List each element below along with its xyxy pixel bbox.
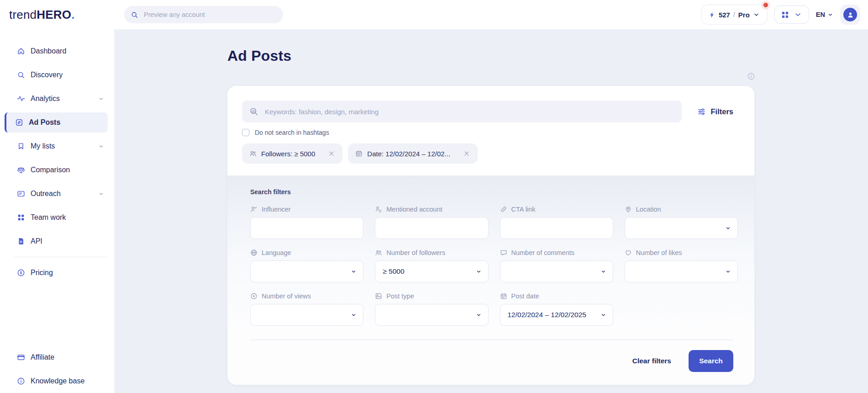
sidebar-item-api[interactable]: API (5, 231, 108, 251)
sidebar-item-label: Ad Posts (29, 118, 60, 127)
search-filters-section: Search filters Influencer@Mentioned acco… (227, 175, 754, 385)
number-of-followers-select[interactable]: ≥ 5000 (375, 260, 488, 282)
apps-menu-button[interactable] (774, 5, 809, 24)
sidebar-item-affiliate[interactable]: Affiliate (5, 347, 108, 367)
chevron-down-icon (794, 11, 802, 19)
sidebar-item-pricing[interactable]: $Pricing (5, 263, 108, 283)
sidebar-footer-nav: AffiliateKnowledge base (0, 344, 114, 393)
account-search-input[interactable] (143, 11, 277, 19)
chevron-down-icon (351, 312, 357, 318)
avatar (843, 8, 857, 21)
dollar-icon: $ (17, 269, 25, 277)
keywords-search-field[interactable]: @ (242, 101, 682, 122)
filter-field-mentioned-account: @Mentioned account (375, 206, 488, 239)
cta-link-input[interactable] (500, 217, 613, 239)
clear-filters-button[interactable]: Clear filters (630, 356, 674, 366)
image-icon (375, 292, 382, 300)
brand-logo-dot: . (71, 8, 74, 22)
chevron-down-icon (827, 12, 833, 18)
keywords-input[interactable] (264, 107, 674, 116)
filter-field-label-text: Influencer (262, 206, 291, 213)
sidebar-item-label: Pricing (31, 269, 53, 277)
location-select[interactable] (625, 217, 738, 239)
language-select[interactable] (250, 260, 363, 282)
file-icon (17, 237, 25, 245)
filters-button-label: Filters (710, 107, 733, 116)
filter-field-label: @Mentioned account (375, 206, 488, 213)
sidebar-item-analytics[interactable]: Analytics (5, 89, 108, 109)
sidebar-item-ad-posts[interactable]: Ad Posts (5, 112, 108, 133)
search-button[interactable]: Search (689, 350, 733, 372)
chevron-down-icon (600, 269, 606, 275)
filter-field-language: Language (250, 249, 363, 282)
remove-filter-icon[interactable] (328, 150, 335, 157)
filter-field-label-text: Number of likes (636, 249, 682, 256)
account-search[interactable] (124, 6, 283, 23)
heart-icon (625, 249, 632, 256)
chevron-down-icon (98, 191, 104, 197)
search-icon (131, 11, 138, 19)
language-label: EN (816, 11, 825, 18)
sidebar-item-label: Comparison (31, 166, 70, 174)
sidebar-item-knowledge-base[interactable]: Knowledge base (5, 371, 108, 391)
sidebar-item-discovery[interactable]: Discovery (5, 65, 108, 85)
sidebar-item-label: Dashboard (31, 47, 66, 55)
hashtag-checkbox-row[interactable]: Do not search in hashtags (242, 129, 329, 136)
post-date-select[interactable]: 12/02/2024 – 12/02/2025 (500, 304, 613, 326)
number-of-likes-select[interactable] (625, 260, 738, 282)
post-type-select[interactable] (375, 304, 488, 326)
credits-separator: / (733, 11, 735, 18)
chevron-down-icon (351, 269, 357, 275)
hashtag-checkbox-label: Do not search in hashtags (255, 129, 329, 136)
sidebar-item-label: Knowledge base (31, 377, 84, 385)
card-icon (17, 353, 25, 361)
bolt-icon (709, 11, 715, 18)
filter-field-number-of-views: Number of views (250, 292, 363, 326)
credits-plan-dropdown[interactable]: 527 / Pro (701, 5, 768, 25)
brand-logo-bold: HERO (37, 8, 71, 22)
filter-field-label: Number of views (250, 292, 363, 300)
filter-field-label-text: Post date (511, 292, 539, 300)
brand-logo[interactable]: trendHERO. (0, 0, 114, 29)
filter-field-label: Influencer (250, 206, 363, 213)
mentioned-account-input[interactable] (375, 217, 488, 239)
brand-logo-light: trend (9, 8, 37, 22)
influencer-input[interactable] (250, 217, 363, 239)
number-of-views-select[interactable] (250, 304, 363, 326)
sidebar-item-label: Team work (31, 213, 66, 222)
filter-field-label: Post date (500, 292, 613, 300)
filter-field-label-text: Post type (386, 292, 414, 300)
language-switcher[interactable]: EN (816, 11, 833, 18)
sliders-icon (697, 107, 706, 116)
scales-icon (17, 166, 25, 174)
plan-name: Pro (738, 11, 750, 19)
sidebar-item-my-lists[interactable]: My lists (5, 136, 108, 156)
users-icon (249, 150, 257, 157)
sidebar-item-comparison[interactable]: Comparison (5, 160, 108, 180)
number-of-comments-select[interactable] (500, 260, 613, 282)
filter-field-number-of-comments: Number of comments (500, 249, 613, 282)
chevron-down-icon (476, 269, 482, 275)
filters-button[interactable]: Filters (697, 107, 738, 116)
filter-field-label: Location (625, 206, 738, 213)
sidebar-item-label: Outreach (31, 190, 61, 198)
credits-count: 527 (719, 11, 730, 19)
sidebar-item-dashboard[interactable]: Dashboard (5, 41, 108, 61)
filter-field-label-text: Number of comments (511, 249, 575, 256)
filter-chip-label: Followers: ≥ 5000 (261, 150, 315, 158)
user-menu[interactable] (840, 5, 860, 25)
info-icon[interactable] (747, 72, 755, 80)
filter-field-label-text: Number of views (262, 292, 311, 300)
search-icon (17, 71, 25, 79)
remove-filter-icon[interactable] (463, 150, 470, 157)
hashtag-checkbox[interactable] (242, 129, 249, 136)
active-filter-chips: Followers: ≥ 5000Date: 12/02/2024 – 12/0… (242, 143, 738, 164)
bookmark-icon (17, 142, 25, 150)
filter-field-label: Number of comments (500, 249, 613, 256)
globe-icon (250, 249, 258, 256)
sidebar-item-outreach[interactable]: Outreach (5, 184, 108, 204)
activity-icon (17, 95, 25, 103)
sidebar-item-team-work[interactable]: Team work (5, 207, 108, 228)
filter-field-label: Number of likes (625, 249, 738, 256)
filter-actions: Clear filters Search (250, 350, 738, 372)
